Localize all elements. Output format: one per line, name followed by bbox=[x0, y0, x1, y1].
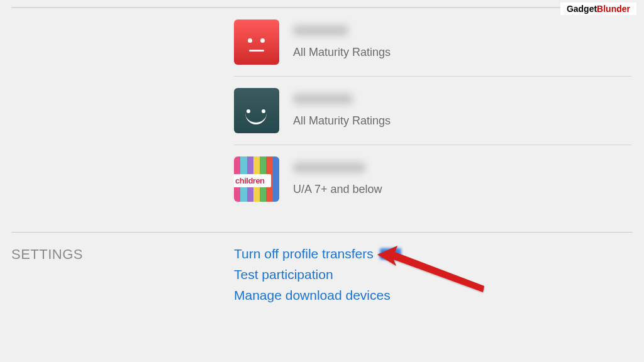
profile-info: All Maturity Ratings bbox=[293, 94, 631, 128]
avatar-face bbox=[234, 88, 279, 133]
link-manage-download-devices[interactable]: Manage download devices bbox=[234, 288, 401, 303]
profile-row[interactable]: All Maturity Ratings bbox=[234, 8, 631, 77]
profile-rating: All Maturity Ratings bbox=[293, 114, 631, 128]
new-badge bbox=[380, 248, 401, 260]
watermark-part2: Blunder bbox=[597, 4, 630, 14]
settings-heading: SETTINGS bbox=[11, 246, 234, 303]
watermark-badge: GadgetBlunder bbox=[560, 3, 636, 15]
profile-rating: U/A 7+ and below bbox=[293, 183, 631, 196]
profile-info: All Maturity Ratings bbox=[293, 25, 631, 59]
profile-row[interactable]: All Maturity Ratings bbox=[234, 77, 631, 145]
profile-avatar-teal bbox=[234, 88, 279, 133]
profile-name-redacted bbox=[293, 25, 348, 36]
profile-info: U/A 7+ and below bbox=[293, 162, 631, 196]
settings-section: SETTINGS Turn off profile transfers Test… bbox=[0, 233, 644, 303]
profile-name-redacted bbox=[293, 162, 365, 173]
link-label: Manage download devices bbox=[234, 288, 391, 303]
link-test-participation[interactable]: Test participation bbox=[234, 267, 401, 282]
watermark-part1: Gadget bbox=[567, 4, 597, 14]
profile-avatar-children: children bbox=[234, 156, 279, 202]
children-avatar-label: children bbox=[234, 174, 271, 187]
profile-rating: All Maturity Ratings bbox=[293, 46, 631, 59]
link-turn-off-profile-transfers[interactable]: Turn off profile transfers bbox=[234, 246, 401, 261]
page-container: All Maturity Ratings All Maturity Rating… bbox=[0, 7, 644, 303]
link-label: Test participation bbox=[234, 267, 333, 282]
avatar-face bbox=[234, 19, 279, 65]
profile-name-redacted bbox=[293, 94, 353, 104]
settings-links: Turn off profile transfers Test particip… bbox=[234, 246, 401, 303]
profile-row[interactable]: children U/A 7+ and below bbox=[234, 145, 631, 213]
link-label: Turn off profile transfers bbox=[234, 246, 374, 261]
profile-avatar-red bbox=[234, 19, 279, 65]
profiles-list: All Maturity Ratings All Maturity Rating… bbox=[234, 8, 631, 213]
